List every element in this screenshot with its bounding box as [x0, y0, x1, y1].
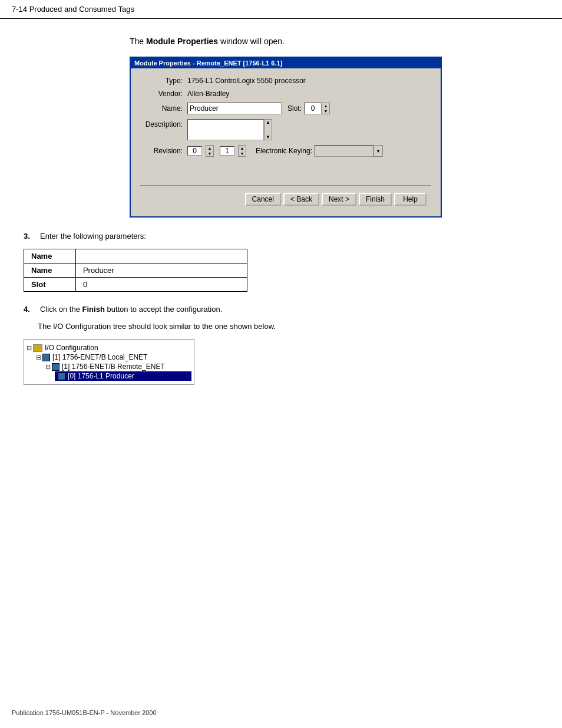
dialog-title-bar: Module Properties - Remote_ENET [1756-L1… — [131, 58, 441, 68]
next-button[interactable]: Next > — [322, 193, 356, 206]
col2-header — [75, 249, 247, 263]
tree-item-producer[interactable]: [0] 1756-L1 Producer — [55, 371, 191, 381]
step4-text-after: button to accept the configuration. — [105, 305, 222, 314]
param-slot-label: Slot — [24, 278, 76, 292]
rev-minor-down[interactable]: ▼ — [239, 151, 246, 156]
revision-label: Revision: — [140, 147, 187, 155]
revision-major-input[interactable] — [187, 146, 202, 156]
slot-spinbox: ▲ ▼ — [304, 103, 330, 114]
revision-minor-input[interactable] — [220, 146, 234, 156]
step4-container: 4. Click on the Finish button to accept … — [24, 305, 538, 314]
local-enet-icon — [42, 354, 50, 361]
io-tree-container: ⊟ I/O Configuration ⊟ [1] 1756-ENET/B Lo… — [24, 339, 194, 385]
producer-icon — [58, 373, 65, 380]
remote-enet-expand: ⊟ — [45, 363, 51, 371]
cancel-button[interactable]: Cancel — [245, 193, 281, 206]
step3-number: 3. — [24, 232, 38, 241]
vendor-row: Vendor: Allen-Bradley — [140, 90, 431, 98]
step4-text: Click on the Finish button to accept the… — [40, 305, 222, 314]
name-input[interactable] — [187, 103, 282, 114]
help-button[interactable]: Help — [394, 193, 427, 206]
params-table: Name Name Producer Slot 0 — [24, 249, 247, 292]
intro-text-after: window will open. — [218, 37, 285, 46]
type-row: Type: 1756-L1 ControlLogix 5550 processo… — [140, 77, 431, 85]
ek-input[interactable] — [315, 145, 373, 157]
desc-label: Description: — [140, 119, 187, 129]
param-name-value: Producer — [75, 263, 247, 278]
step3-text: Enter the following parameters: — [40, 232, 146, 241]
desc-scrollbar: ▲ ▼ — [264, 119, 272, 140]
param-row-name: Name Producer — [24, 263, 247, 278]
tree-item-io-config: ⊟ I/O Configuration — [27, 343, 191, 353]
step4-bold: Finish — [82, 305, 105, 314]
ek-label: Electronic Keying: — [256, 147, 312, 155]
slot-input[interactable] — [304, 103, 322, 114]
footer: Publication 1756-UM051B-EN-P - November … — [12, 709, 550, 716]
io-folder-icon — [33, 344, 42, 352]
remote-enet-icon — [52, 363, 59, 371]
step3-container: 3. Enter the following parameters: — [24, 232, 538, 241]
tree-item-local-enet: ⊟ [1] 1756-ENET/B Local_ENET — [36, 353, 191, 362]
vendor-value: Allen-Bradley — [187, 90, 229, 98]
intro-paragraph: The Module Properties window will open. — [130, 37, 538, 46]
local-enet-expand: ⊟ — [36, 354, 41, 361]
io-description: The I/O Configuration tree should look s… — [38, 322, 538, 331]
desc-input[interactable] — [187, 119, 264, 140]
type-value: 1756-L1 ControlLogix 5550 processor — [187, 77, 306, 85]
dialog-body: Type: 1756-L1 ControlLogix 5550 processo… — [131, 68, 441, 216]
revision-row: Revision: ▲ ▼ ▲ ▼ Electronic Keyin — [140, 145, 431, 157]
io-expand-icon: ⊟ — [27, 344, 32, 352]
local-enet-label: [1] 1756-ENET/B Local_ENET — [52, 353, 147, 361]
io-config-label: I/O Configuration — [45, 344, 98, 352]
desc-scroll-up[interactable]: ▲ — [266, 120, 270, 125]
revision-minor-arrows: ▲ ▼ — [238, 145, 246, 157]
ek-dropdown[interactable]: ▼ — [373, 145, 383, 157]
dialog-spacer — [140, 162, 431, 179]
dialog-separator — [140, 185, 431, 186]
name-label: Name: — [140, 104, 187, 113]
back-button[interactable]: < Back — [283, 193, 319, 206]
tree-item-remote-enet: ⊟ [1] 1756-ENET/B Remote_ENET — [45, 362, 191, 371]
slot-down-arrow[interactable]: ▼ — [322, 108, 329, 114]
module-properties-dialog: Module Properties - Remote_ENET [1756-L1… — [130, 57, 442, 218]
io-desc-text: The I/O Configuration tree should look s… — [38, 322, 276, 331]
desc-scroll-down[interactable]: ▼ — [266, 134, 270, 140]
name-slot-row: Name: Slot: ▲ ▼ — [140, 103, 431, 114]
dialog-title: Module Properties - Remote_ENET [1756-L1… — [134, 60, 282, 67]
page-container: 7-14 Produced and Consumed Tags The Modu… — [0, 0, 562, 728]
revision-major-arrows: ▲ ▼ — [206, 145, 214, 157]
param-slot-value: 0 — [75, 278, 247, 292]
step4-text-before: Click on the — [40, 305, 82, 314]
spinbox-arrows: ▲ ▼ — [322, 103, 330, 114]
content-area: The Module Properties window will open. … — [0, 19, 562, 403]
dialog-buttons: Cancel < Back Next > Finish Help — [140, 190, 431, 210]
revision-group: ▲ ▼ ▲ ▼ — [187, 145, 246, 157]
step4-number: 4. — [24, 305, 38, 314]
param-name-label: Name — [24, 263, 76, 278]
type-label: Type: — [140, 77, 187, 85]
header-bar: 7-14 Produced and Consumed Tags — [0, 0, 562, 19]
intro-bold: Module Properties — [146, 37, 218, 46]
rev-major-down[interactable]: ▼ — [206, 151, 213, 156]
param-row-slot: Slot 0 — [24, 278, 247, 292]
desc-row: Description: ▲ ▼ — [140, 119, 431, 140]
vendor-label: Vendor: — [140, 90, 187, 98]
producer-expand — [55, 373, 57, 380]
rev-minor-up[interactable]: ▲ — [239, 146, 246, 151]
slot-up-arrow[interactable]: ▲ — [322, 103, 329, 108]
slot-label: Slot: — [287, 104, 302, 113]
producer-label: [0] 1756-L1 Producer — [68, 372, 134, 380]
header-left: 7-14 Produced and Consumed Tags — [12, 5, 134, 14]
footer-left: Publication 1756-UM051B-EN-P - November … — [12, 709, 157, 716]
intro-text-before: The — [130, 37, 146, 46]
col1-header: Name — [24, 249, 76, 263]
finish-button[interactable]: Finish — [359, 193, 392, 206]
rev-major-up[interactable]: ▲ — [206, 146, 213, 151]
remote-enet-label: [1] 1756-ENET/B Remote_ENET — [62, 363, 165, 371]
